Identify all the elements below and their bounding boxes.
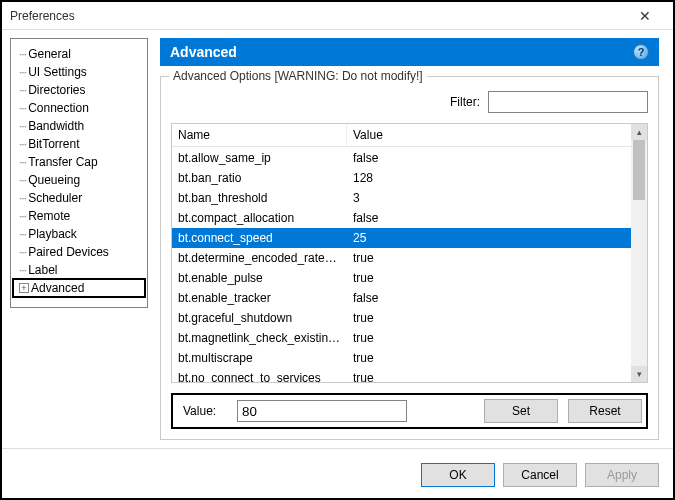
column-header-value[interactable]: Value — [347, 124, 647, 146]
tree-item-label: Label — [28, 263, 57, 277]
advanced-options-group: Advanced Options [WARNING: Do not modify… — [160, 76, 659, 440]
cell-name: bt.graceful_shutdown — [172, 311, 347, 325]
tree-branch-icon: ···· — [19, 265, 26, 276]
close-icon[interactable]: ✕ — [625, 8, 665, 24]
tree-item-label: UI Settings — [28, 65, 87, 79]
section-header: Advanced ? — [160, 38, 659, 66]
vertical-scrollbar[interactable]: ▴ ▾ — [631, 124, 647, 382]
reset-button[interactable]: Reset — [568, 399, 642, 423]
cell-name: bt.enable_pulse — [172, 271, 347, 285]
cell-name: bt.ban_threshold — [172, 191, 347, 205]
list-row[interactable]: bt.allow_same_ipfalse — [172, 148, 631, 168]
category-tree[interactable]: ····General····UI Settings····Directorie… — [10, 38, 148, 308]
tree-item-queueing[interactable]: ····Queueing — [13, 171, 145, 189]
list-row[interactable]: bt.no_connect_to_servicestrue — [172, 368, 631, 382]
list-row[interactable]: bt.ban_threshold3 — [172, 188, 631, 208]
value-input[interactable] — [237, 400, 407, 422]
cell-name: bt.connect_speed — [172, 231, 347, 245]
tree-branch-icon: ···· — [19, 67, 26, 78]
tree-item-label: Advanced — [31, 281, 84, 295]
list-row[interactable]: bt.enable_pulsetrue — [172, 268, 631, 288]
cell-name: bt.no_connect_to_services — [172, 371, 347, 382]
list-row[interactable]: bt.connect_speed25 — [172, 228, 631, 248]
titlebar: Preferences ✕ — [2, 2, 673, 30]
tree-item-advanced[interactable]: +Advanced — [13, 279, 145, 297]
cell-name: bt.multiscrape — [172, 351, 347, 365]
cell-value: true — [347, 271, 631, 285]
cell-name: bt.magnetlink_check_existing_... — [172, 331, 347, 345]
value-editor-row: Value: Set Reset — [171, 393, 648, 429]
groupbox-label: Advanced Options [WARNING: Do not modify… — [169, 69, 427, 83]
tree-item-directories[interactable]: ····Directories — [13, 81, 145, 99]
cancel-button[interactable]: Cancel — [503, 463, 577, 487]
tree-item-bittorrent[interactable]: ····BitTorrent — [13, 135, 145, 153]
help-icon[interactable]: ? — [633, 44, 649, 60]
cell-name: bt.enable_tracker — [172, 291, 347, 305]
scroll-track[interactable] — [631, 140, 647, 366]
cell-value: true — [347, 311, 631, 325]
cell-value: true — [347, 371, 631, 382]
scroll-up-icon[interactable]: ▴ — [631, 124, 647, 140]
cell-value: false — [347, 211, 631, 225]
tree-branch-icon: ···· — [19, 247, 26, 258]
filter-label: Filter: — [450, 95, 480, 109]
cell-name: bt.allow_same_ip — [172, 151, 347, 165]
list-row[interactable]: bt.multiscrapetrue — [172, 348, 631, 368]
value-label: Value: — [177, 404, 227, 418]
tree-item-scheduler[interactable]: ····Scheduler — [13, 189, 145, 207]
cell-name: bt.determine_encoded_rate_fo... — [172, 251, 347, 265]
list-row[interactable]: bt.compact_allocationfalse — [172, 208, 631, 228]
ok-button[interactable]: OK — [421, 463, 495, 487]
tree-item-label: Playback — [28, 227, 77, 241]
tree-branch-icon: ···· — [19, 211, 26, 222]
list-row[interactable]: bt.magnetlink_check_existing_...true — [172, 328, 631, 348]
column-header-name[interactable]: Name — [172, 124, 347, 146]
cell-value: true — [347, 331, 631, 345]
tree-item-transfer-cap[interactable]: ····Transfer Cap — [13, 153, 145, 171]
set-button[interactable]: Set — [484, 399, 558, 423]
tree-item-ui-settings[interactable]: ····UI Settings — [13, 63, 145, 81]
cell-value: false — [347, 291, 631, 305]
tree-item-paired-devices[interactable]: ····Paired Devices — [13, 243, 145, 261]
tree-branch-icon: ···· — [19, 103, 26, 114]
expander-icon[interactable]: + — [19, 283, 29, 293]
cell-name: bt.compact_allocation — [172, 211, 347, 225]
apply-button[interactable]: Apply — [585, 463, 659, 487]
tree-item-playback[interactable]: ····Playback — [13, 225, 145, 243]
dialog-button-row: OK Cancel Apply — [2, 448, 673, 500]
tree-item-label: Transfer Cap — [28, 155, 98, 169]
cell-value: 3 — [347, 191, 631, 205]
tree-item-general[interactable]: ····General — [13, 45, 145, 63]
list-row[interactable]: bt.determine_encoded_rate_fo...true — [172, 248, 631, 268]
scroll-thumb[interactable] — [633, 140, 645, 200]
tree-branch-icon: ···· — [19, 121, 26, 132]
list-row[interactable]: bt.graceful_shutdowntrue — [172, 308, 631, 328]
tree-item-label: Scheduler — [28, 191, 82, 205]
tree-item-bandwidth[interactable]: ····Bandwidth — [13, 117, 145, 135]
list-row[interactable]: bt.ban_ratio128 — [172, 168, 631, 188]
list-header[interactable]: Name Value — [172, 124, 647, 147]
tree-branch-icon: ···· — [19, 193, 26, 204]
filter-input[interactable] — [488, 91, 648, 113]
sidebar: ····General····UI Settings····Directorie… — [2, 30, 152, 448]
options-list[interactable]: Name Value bt.allow_same_ipfalsebt.ban_r… — [171, 123, 648, 383]
scroll-down-icon[interactable]: ▾ — [631, 366, 647, 382]
list-row[interactable]: bt.enable_trackerfalse — [172, 288, 631, 308]
tree-branch-icon: ···· — [19, 139, 26, 150]
tree-item-label: Remote — [28, 209, 70, 223]
tree-item-label: Bandwidth — [28, 119, 84, 133]
tree-item-label: General — [28, 47, 71, 61]
tree-item-remote[interactable]: ····Remote — [13, 207, 145, 225]
tree-item-connection[interactable]: ····Connection — [13, 99, 145, 117]
cell-value: true — [347, 351, 631, 365]
section-title: Advanced — [170, 44, 237, 60]
tree-item-label[interactable]: ····Label — [13, 261, 145, 279]
tree-branch-icon: ···· — [19, 85, 26, 96]
tree-branch-icon: ···· — [19, 175, 26, 186]
tree-item-label: Queueing — [28, 173, 80, 187]
cell-value: 128 — [347, 171, 631, 185]
cell-value: 25 — [347, 231, 631, 245]
cell-value: false — [347, 151, 631, 165]
tree-item-label: BitTorrent — [28, 137, 79, 151]
tree-branch-icon: ···· — [19, 49, 26, 60]
